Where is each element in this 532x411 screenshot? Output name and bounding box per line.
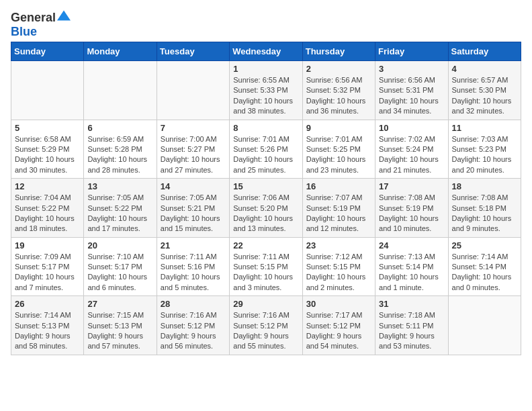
day-number: 23 <box>306 240 371 250</box>
day-info: Sunrise: 7:08 AM Sunset: 5:18 PM Dayligh… <box>452 193 517 234</box>
day-number: 9 <box>306 123 371 133</box>
calendar-day-26: 26Sunrise: 7:14 AM Sunset: 5:13 PM Dayli… <box>11 296 84 355</box>
day-info: Sunrise: 7:14 AM Sunset: 5:14 PM Dayligh… <box>452 252 517 293</box>
calendar-week-row: 5Sunrise: 6:58 AM Sunset: 5:29 PM Daylig… <box>11 120 521 179</box>
day-number: 28 <box>161 299 226 309</box>
calendar-day-17: 17Sunrise: 7:08 AM Sunset: 5:19 PM Dayli… <box>375 179 448 238</box>
day-number: 7 <box>161 123 226 133</box>
day-number: 1 <box>233 64 298 74</box>
day-number: 14 <box>161 181 226 191</box>
day-info: Sunrise: 7:01 AM Sunset: 5:26 PM Dayligh… <box>233 134 298 176</box>
calendar-day-15: 15Sunrise: 7:06 AM Sunset: 5:20 PM Dayli… <box>230 179 302 238</box>
day-number: 22 <box>233 240 298 250</box>
calendar-day-1: 1Sunrise: 6:55 AM Sunset: 5:33 PM Daylig… <box>230 61 302 120</box>
day-number: 13 <box>87 181 152 191</box>
day-number: 10 <box>379 123 444 133</box>
day-number: 27 <box>87 299 152 309</box>
day-info: Sunrise: 7:12 AM Sunset: 5:15 PM Dayligh… <box>306 252 371 293</box>
day-info: Sunrise: 7:11 AM Sunset: 5:15 PM Dayligh… <box>233 252 298 293</box>
day-number: 19 <box>15 240 80 250</box>
day-number: 26 <box>15 299 80 309</box>
calendar-day-27: 27Sunrise: 7:15 AM Sunset: 5:13 PM Dayli… <box>84 296 157 355</box>
calendar-day-25: 25Sunrise: 7:14 AM Sunset: 5:14 PM Dayli… <box>448 237 521 296</box>
calendar-day-29: 29Sunrise: 7:16 AM Sunset: 5:12 PM Dayli… <box>230 296 302 355</box>
day-info: Sunrise: 7:14 AM Sunset: 5:13 PM Dayligh… <box>15 310 80 352</box>
calendar-empty-cell <box>448 296 521 355</box>
calendar-day-16: 16Sunrise: 7:07 AM Sunset: 5:19 PM Dayli… <box>302 179 375 238</box>
day-info: Sunrise: 7:05 AM Sunset: 5:22 PM Dayligh… <box>87 193 152 234</box>
day-info: Sunrise: 6:55 AM Sunset: 5:33 PM Dayligh… <box>233 75 298 117</box>
calendar-day-13: 13Sunrise: 7:05 AM Sunset: 5:22 PM Dayli… <box>84 179 157 238</box>
day-info: Sunrise: 7:00 AM Sunset: 5:27 PM Dayligh… <box>161 134 226 176</box>
calendar-day-3: 3Sunrise: 6:56 AM Sunset: 5:31 PM Daylig… <box>375 61 448 120</box>
calendar-day-22: 22Sunrise: 7:11 AM Sunset: 5:15 PM Dayli… <box>230 237 302 296</box>
calendar-day-23: 23Sunrise: 7:12 AM Sunset: 5:15 PM Dayli… <box>302 237 375 296</box>
day-info: Sunrise: 7:11 AM Sunset: 5:16 PM Dayligh… <box>161 252 226 293</box>
day-info: Sunrise: 7:15 AM Sunset: 5:13 PM Dayligh… <box>87 310 152 352</box>
day-number: 2 <box>306 64 371 74</box>
day-info: Sunrise: 6:57 AM Sunset: 5:30 PM Dayligh… <box>452 75 517 117</box>
calendar-day-18: 18Sunrise: 7:08 AM Sunset: 5:18 PM Dayli… <box>448 179 521 238</box>
calendar-day-19: 19Sunrise: 7:09 AM Sunset: 5:17 PM Dayli… <box>11 237 84 296</box>
calendar-day-12: 12Sunrise: 7:04 AM Sunset: 5:22 PM Dayli… <box>11 179 84 238</box>
calendar-day-28: 28Sunrise: 7:16 AM Sunset: 5:12 PM Dayli… <box>157 296 229 355</box>
day-number: 6 <box>87 123 152 133</box>
logo-container: General Blue <box>11 11 71 39</box>
day-number: 25 <box>452 240 517 250</box>
day-number: 30 <box>306 299 371 309</box>
day-info: Sunrise: 7:07 AM Sunset: 5:19 PM Dayligh… <box>306 193 371 234</box>
day-number: 8 <box>233 123 298 133</box>
day-info: Sunrise: 6:56 AM Sunset: 5:31 PM Dayligh… <box>379 75 444 117</box>
day-info: Sunrise: 6:58 AM Sunset: 5:29 PM Dayligh… <box>15 134 80 176</box>
day-info: Sunrise: 7:16 AM Sunset: 5:12 PM Dayligh… <box>161 310 226 352</box>
day-number: 3 <box>379 64 444 74</box>
weekday-header-saturday: Saturday <box>448 42 521 61</box>
day-info: Sunrise: 7:10 AM Sunset: 5:17 PM Dayligh… <box>87 252 152 293</box>
weekday-header-wednesday: Wednesday <box>230 42 302 61</box>
day-info: Sunrise: 7:02 AM Sunset: 5:24 PM Dayligh… <box>379 134 444 176</box>
calendar-day-6: 6Sunrise: 6:59 AM Sunset: 5:28 PM Daylig… <box>84 120 157 179</box>
calendar-week-row: 26Sunrise: 7:14 AM Sunset: 5:13 PM Dayli… <box>11 296 521 355</box>
calendar-empty-cell <box>84 61 157 120</box>
logo-blue: Blue <box>11 25 37 38</box>
day-number: 12 <box>15 181 80 191</box>
calendar-day-9: 9Sunrise: 7:01 AM Sunset: 5:25 PM Daylig… <box>302 120 375 179</box>
day-number: 24 <box>379 240 444 250</box>
day-info: Sunrise: 7:08 AM Sunset: 5:19 PM Dayligh… <box>379 193 444 234</box>
calendar-day-11: 11Sunrise: 7:03 AM Sunset: 5:23 PM Dayli… <box>448 120 521 179</box>
svg-marker-0 <box>57 10 71 20</box>
day-number: 16 <box>306 181 371 191</box>
weekday-header-tuesday: Tuesday <box>157 42 229 61</box>
calendar-day-8: 8Sunrise: 7:01 AM Sunset: 5:26 PM Daylig… <box>230 120 302 179</box>
day-info: Sunrise: 7:04 AM Sunset: 5:22 PM Dayligh… <box>15 193 80 234</box>
day-number: 18 <box>452 181 517 191</box>
calendar-day-24: 24Sunrise: 7:13 AM Sunset: 5:14 PM Dayli… <box>375 237 448 296</box>
calendar-day-14: 14Sunrise: 7:05 AM Sunset: 5:21 PM Dayli… <box>157 179 229 238</box>
calendar-day-7: 7Sunrise: 7:00 AM Sunset: 5:27 PM Daylig… <box>157 120 229 179</box>
calendar-day-4: 4Sunrise: 6:57 AM Sunset: 5:30 PM Daylig… <box>448 61 521 120</box>
day-number: 29 <box>233 299 298 309</box>
day-info: Sunrise: 7:17 AM Sunset: 5:12 PM Dayligh… <box>306 310 371 352</box>
day-info: Sunrise: 7:03 AM Sunset: 5:23 PM Dayligh… <box>452 134 517 176</box>
day-number: 15 <box>233 181 298 191</box>
day-info: Sunrise: 7:16 AM Sunset: 5:12 PM Dayligh… <box>233 310 298 352</box>
weekday-header-friday: Friday <box>375 42 448 61</box>
calendar-day-2: 2Sunrise: 6:56 AM Sunset: 5:32 PM Daylig… <box>302 61 375 120</box>
day-info: Sunrise: 7:09 AM Sunset: 5:17 PM Dayligh… <box>15 252 80 293</box>
day-info: Sunrise: 7:05 AM Sunset: 5:21 PM Dayligh… <box>161 193 226 234</box>
calendar-week-row: 19Sunrise: 7:09 AM Sunset: 5:17 PM Dayli… <box>11 237 521 296</box>
calendar-day-30: 30Sunrise: 7:17 AM Sunset: 5:12 PM Dayli… <box>302 296 375 355</box>
day-info: Sunrise: 7:13 AM Sunset: 5:14 PM Dayligh… <box>379 252 444 293</box>
calendar-table: SundayMondayTuesdayWednesdayThursdayFrid… <box>11 42 521 355</box>
day-info: Sunrise: 6:56 AM Sunset: 5:32 PM Dayligh… <box>306 75 371 117</box>
day-info: Sunrise: 7:18 AM Sunset: 5:11 PM Dayligh… <box>379 310 444 352</box>
day-info: Sunrise: 6:59 AM Sunset: 5:28 PM Dayligh… <box>87 134 152 176</box>
weekday-header-sunday: Sunday <box>11 42 84 61</box>
day-number: 4 <box>452 64 517 74</box>
calendar-day-5: 5Sunrise: 6:58 AM Sunset: 5:29 PM Daylig… <box>11 120 84 179</box>
calendar-empty-cell <box>11 61 84 120</box>
logo-general: General <box>11 11 56 25</box>
calendar-day-20: 20Sunrise: 7:10 AM Sunset: 5:17 PM Dayli… <box>84 237 157 296</box>
logo: General Blue <box>11 11 71 39</box>
calendar-week-row: 1Sunrise: 6:55 AM Sunset: 5:33 PM Daylig… <box>11 61 521 120</box>
